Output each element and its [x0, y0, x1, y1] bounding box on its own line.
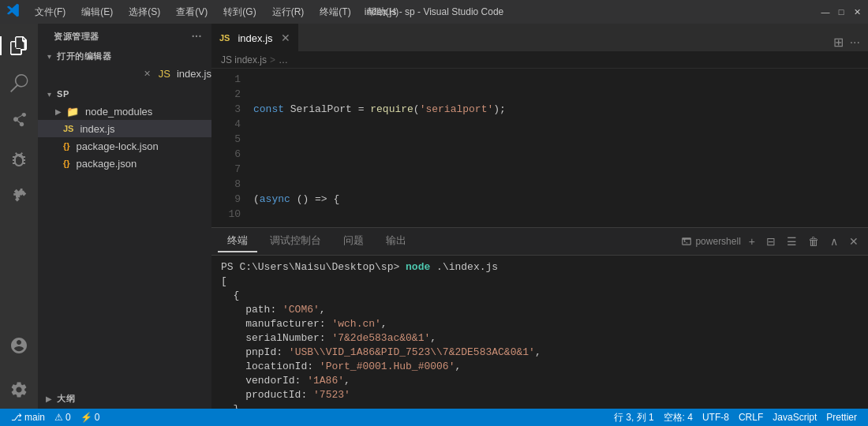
status-bar: ⎇ main ⚠ 0 ⚡ 0 行 3, 列 1 空格: 4 UTF-8 CRLF…	[0, 409, 868, 426]
terminal-out-2: path: 'COM6',	[221, 303, 859, 317]
sidebar: 资源管理器 ··· ▾ 打开的编辑器 ✕ JS index.js ▾ SP ▶ …	[38, 24, 211, 409]
open-editors-toggle[interactable]: ▾ 打开的编辑器	[38, 47, 211, 65]
split-editor-button[interactable]: ⊞	[832, 33, 845, 51]
code-editor[interactable]: 1 2 3 4 5 6 7 8 9 10 const SerialPort = …	[211, 69, 868, 227]
close-icon-small[interactable]: ✕	[144, 69, 151, 79]
sidebar-more-icon[interactable]: ···	[192, 30, 202, 43]
terminal-tab-problems[interactable]: 问题	[334, 230, 373, 252]
terminal-out-9: }	[221, 402, 859, 409]
titlebar-menu: 文件(F) 编辑(E) 选择(S) 查看(V) 转到(G) 运行(R) 终端(T…	[28, 4, 405, 21]
outline-label: 大纲	[57, 393, 75, 405]
code-line-2	[253, 147, 868, 162]
line-num-8: 8	[211, 177, 241, 192]
menu-goto[interactable]: 转到(G)	[217, 4, 262, 21]
terminal-tab-debug[interactable]: 调试控制台	[260, 230, 331, 252]
editor-content: 1 2 3 4 5 6 7 8 9 10 const SerialPort = …	[211, 69, 868, 409]
terminal-actions: powershell + ⊟ ☰ 🗑 ∧ ✕	[681, 234, 862, 249]
status-language[interactable]: JavaScript	[768, 411, 821, 424]
new-terminal-button[interactable]: +	[746, 234, 758, 249]
status-spaces[interactable]: 空格: 4	[659, 411, 698, 424]
status-position[interactable]: 行 3, 列 1	[609, 411, 659, 424]
node-modules-arrow: ▶	[54, 107, 63, 116]
tab-indexjs[interactable]: JS index.js ✕	[211, 24, 298, 51]
breadcrumb-file: JS index.js	[221, 54, 267, 65]
code-content[interactable]: const SerialPort = require('serialport')…	[247, 69, 868, 227]
terminal-trash-button[interactable]: 🗑	[805, 234, 822, 249]
activity-settings[interactable]	[0, 371, 38, 409]
activity-account[interactable]	[0, 327, 38, 364]
maximize-button[interactable]: □	[836, 7, 846, 17]
more-actions-button[interactable]: ···	[848, 34, 862, 51]
terminal-tab-output[interactable]: 输出	[376, 230, 416, 252]
js-file-icon: JS	[159, 68, 170, 80]
terminal-prompt-line: PS C:\Users\Naisu\Desktop\sp> node .\ind…	[221, 260, 859, 275]
sp-5: () => {	[290, 192, 339, 207]
node-modules-item[interactable]: ▶ 📁 node_modules	[38, 103, 211, 120]
terminal-prompt: PS C:\Users\Naisu\Desktop\sp>	[221, 261, 399, 273]
tab-close-button[interactable]: ✕	[281, 32, 290, 44]
tab-actions: ⊞ ···	[832, 33, 868, 51]
titlebar-left: 文件(F) 编辑(E) 选择(S) 查看(V) 转到(G) 运行(R) 终端(T…	[6, 3, 405, 21]
terminal-out-0: [	[221, 275, 859, 289]
activity-search[interactable]	[0, 65, 38, 103]
spaces-text: 空格: 4	[664, 411, 693, 424]
package-lock-file-icon: {}	[63, 141, 70, 151]
outline-section: ▶ 大纲	[38, 388, 211, 409]
package-lock-label: package-lock.json	[77, 140, 159, 152]
terminal-content[interactable]: PS C:\Users\Naisu\Desktop\sp> node .\ind…	[211, 256, 868, 409]
node-modules-label: node_modules	[85, 106, 152, 118]
status-warnings[interactable]: ⚡ 0	[76, 412, 105, 423]
activity-extensions[interactable]	[0, 178, 38, 216]
position-text: 行 3, 列 1	[614, 411, 654, 424]
menu-file[interactable]: 文件(F)	[28, 4, 72, 21]
line-num-5: 5	[211, 132, 241, 147]
menu-select[interactable]: 选择(S)	[122, 4, 166, 21]
outline-toggle[interactable]: ▶ 大纲	[38, 390, 211, 407]
activity-source-control[interactable]	[0, 103, 38, 140]
powershell-text: powershell	[695, 236, 740, 247]
package-lock-item[interactable]: {} package-lock.json	[38, 137, 211, 155]
errors-count: 0	[65, 412, 71, 423]
fn-require: require	[370, 102, 413, 117]
terminal-tab-terminal[interactable]: 终端	[218, 230, 257, 252]
terminal-out-3: manufacturer: 'wch.cn',	[221, 317, 859, 331]
terminal-node-cmd: node	[406, 261, 430, 273]
activity-debug[interactable]	[0, 140, 38, 178]
menu-edit[interactable]: 编辑(E)	[75, 4, 119, 21]
status-formatter[interactable]: Prettier	[821, 411, 862, 424]
minimize-button[interactable]: —	[821, 7, 830, 17]
open-editors-label: 打开的编辑器	[57, 50, 111, 62]
line-num-2: 2	[211, 87, 241, 102]
powershell-label: powershell	[681, 236, 740, 247]
status-eol[interactable]: CRLF	[734, 411, 768, 424]
terminal-chevron-up-button[interactable]: ∧	[827, 234, 841, 249]
package-item[interactable]: {} package.json	[38, 155, 211, 172]
project-toggle[interactable]: ▾ SP	[38, 85, 211, 103]
open-editor-indexjs[interactable]: ✕ JS index.js	[38, 65, 211, 82]
status-branch[interactable]: ⎇ main	[6, 412, 50, 423]
terminal-layout-button[interactable]: ☰	[784, 234, 800, 249]
indexjs-label: index.js	[80, 123, 114, 135]
close-button[interactable]: ✕	[852, 7, 862, 17]
terminal-close-button[interactable]: ✕	[846, 234, 862, 249]
menu-view[interactable]: 查看(V)	[170, 4, 214, 21]
project-section: ▾ SP ▶ 📁 node_modules JS index.js {} pac…	[38, 84, 211, 174]
status-errors[interactable]: ⚠ 0	[50, 412, 76, 423]
activity-explorer[interactable]	[0, 27, 38, 65]
indexjs-item[interactable]: JS index.js	[38, 120, 211, 137]
terminal-out-6: locationId: 'Port_#0001.Hub_#0006',	[221, 360, 859, 374]
line-num-6: 6	[211, 147, 241, 162]
line-num-10: 10	[211, 207, 241, 222]
menu-terminal[interactable]: 终端(T)	[313, 4, 357, 21]
terminal-panel: 终端 调试控制台 问题 输出 powershell + ⊟ ☰ 🗑	[211, 227, 868, 409]
line-num-9: 9	[211, 192, 241, 207]
warnings-icon: ⚡	[80, 412, 92, 423]
package-label: package.json	[77, 158, 137, 170]
terminal-cmd-args: .\index.js	[436, 261, 498, 273]
line-num-7: 7	[211, 162, 241, 177]
menu-run[interactable]: 运行(R)	[266, 4, 311, 21]
str-serialport: 'serialport'	[420, 102, 494, 117]
status-encoding[interactable]: UTF-8	[698, 411, 734, 424]
terminal-split-button[interactable]: ⊟	[763, 234, 779, 249]
tab-bar: JS index.js ✕ ⊞ ···	[211, 24, 868, 51]
